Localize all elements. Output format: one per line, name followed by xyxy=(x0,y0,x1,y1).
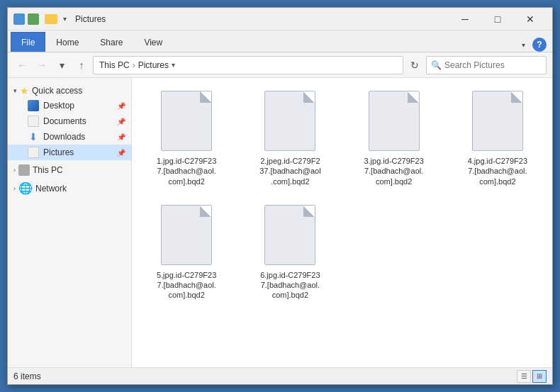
sidebar-item-pictures[interactable]: Pictures 📌 xyxy=(8,145,131,160)
quick-access-chevron-icon: ▾ xyxy=(13,87,17,94)
sidebar-item-pictures-label: Pictures xyxy=(43,147,74,157)
ribbon-collapse-button[interactable]: ▾ xyxy=(517,38,530,52)
tab-share[interactable]: Share xyxy=(89,32,133,52)
list-item[interactable]: 4.jpg.id-C279F237.[badhach@aol.com].bqd2 xyxy=(449,84,547,192)
dropdown-button[interactable]: ▾ xyxy=(53,57,70,74)
file-name-5: 5.jpg.id-C279F237.[badhach@aol.com].bqd2 xyxy=(157,270,216,301)
network-icon: 🌐 xyxy=(18,181,33,195)
file-icon-6 xyxy=(262,203,318,267)
file-grid: 1.jpg.id-C279F237.[badhach@aol.com].bqd2… xyxy=(138,84,547,306)
refresh-button[interactable]: ↻ xyxy=(406,57,423,74)
list-item[interactable]: 3.jpg.id-C279F237.[badhach@aol.com].bqd2 xyxy=(345,84,443,192)
close-button[interactable]: ✕ xyxy=(514,8,547,30)
file-icon-1 xyxy=(158,89,215,153)
back-button[interactable]: ← xyxy=(13,57,30,74)
path-separator-1: › xyxy=(133,60,135,70)
this-pc-label: This PC xyxy=(33,165,63,175)
desktop-icon xyxy=(28,100,39,111)
ribbon: File Home Share View ▾ ? xyxy=(8,30,552,52)
sidebar-this-pc-header[interactable]: › This PC xyxy=(8,163,131,177)
main-content: ▾ ★ Quick access Desktop 📌 Documents 📌 ⬇… xyxy=(8,78,552,367)
file-area: 1.jpg.id-C279F237.[badhach@aol.com].bqd2… xyxy=(132,78,552,367)
sidebar-item-downloads[interactable]: ⬇ Downloads 📌 xyxy=(8,129,131,145)
documents-icon xyxy=(28,116,39,127)
tab-file[interactable]: File xyxy=(11,32,45,52)
network-chevron-icon: › xyxy=(13,185,16,192)
pin-icon-downloads: 📌 xyxy=(117,133,125,141)
search-box[interactable]: 🔍 xyxy=(426,56,547,74)
quick-access-star-icon: ★ xyxy=(20,85,29,96)
window-controls: ─ □ ✕ xyxy=(449,8,547,30)
path-this-pc: This PC xyxy=(99,60,130,70)
sidebar-section-quick-access: ▾ ★ Quick access Desktop 📌 Documents 📌 ⬇… xyxy=(8,84,131,160)
up-button[interactable]: ↑ xyxy=(73,57,90,74)
file-icon-3 xyxy=(366,89,422,153)
network-label: Network xyxy=(35,184,67,194)
pin-icon-documents: 📌 xyxy=(117,118,125,125)
pictures-icon xyxy=(28,147,39,158)
ribbon-right: ▾ ? xyxy=(517,38,549,52)
address-bar: ← → ▾ ↑ This PC › Pictures ▾ ↻ 🔍 xyxy=(8,52,552,78)
file-name-3: 3.jpg.id-C279F237.[badhach@aol.com].bqd2 xyxy=(364,156,423,186)
title-bar-icons: ▾ xyxy=(13,13,69,25)
minimize-button[interactable]: ─ xyxy=(449,8,481,30)
ribbon-tab-bar: File Home Share View ▾ ? xyxy=(8,30,552,52)
app-icon-folder xyxy=(45,14,57,24)
file-name-2: 2.jpeg.id-C279F237.[badhach@aol.com].bqd… xyxy=(259,156,320,186)
list-item[interactable]: 6.jpg.id-C279F237.[badhach@aol.com].bqd2 xyxy=(241,198,339,306)
list-item[interactable]: 1.jpg.id-C279F237.[badhach@aol.com].bqd2 xyxy=(138,84,235,192)
grid-view-button[interactable]: ⊞ xyxy=(532,370,547,383)
app-icon-2 xyxy=(28,13,39,25)
status-bar: 6 items ☰ ⊞ xyxy=(8,367,552,384)
address-path[interactable]: This PC › Pictures ▾ xyxy=(93,56,403,74)
list-view-button[interactable]: ☰ xyxy=(517,370,531,383)
file-name-6: 6.jpg.id-C279F237.[badhach@aol.com].bqd2 xyxy=(260,270,320,301)
sidebar-item-documents-label: Documents xyxy=(43,116,86,126)
sidebar-item-downloads-label: Downloads xyxy=(43,132,85,142)
sidebar-item-desktop[interactable]: Desktop 📌 xyxy=(8,98,131,113)
item-count: 6 items xyxy=(13,371,41,381)
title-bar-dropdown-arrow[interactable]: ▾ xyxy=(63,15,67,23)
forward-button[interactable]: → xyxy=(33,57,50,74)
path-dropdown-arrow[interactable]: ▾ xyxy=(172,61,175,69)
sidebar-section-this-pc: › This PC xyxy=(8,163,131,177)
list-item[interactable]: 2.jpeg.id-C279F237.[badhach@aol.com].bqd… xyxy=(241,84,339,192)
sidebar-item-desktop-label: Desktop xyxy=(43,101,74,111)
tab-view[interactable]: View xyxy=(133,32,173,52)
app-icon-1 xyxy=(13,13,25,25)
sidebar-item-documents[interactable]: Documents 📌 xyxy=(8,113,131,129)
title-bar: ▾ Pictures ─ □ ✕ xyxy=(8,8,552,30)
view-buttons: ☰ ⊞ xyxy=(517,370,547,383)
sidebar: ▾ ★ Quick access Desktop 📌 Documents 📌 ⬇… xyxy=(8,78,132,367)
sidebar-quick-access-header[interactable]: ▾ ★ Quick access xyxy=(8,84,131,98)
file-icon-4 xyxy=(469,89,526,153)
file-icon-5 xyxy=(158,203,215,267)
this-pc-chevron-icon: › xyxy=(13,167,16,174)
search-icon: 🔍 xyxy=(431,60,442,70)
file-name-4: 4.jpg.id-C279F237.[badhach@aol.com].bqd2 xyxy=(468,156,527,186)
search-input[interactable] xyxy=(444,60,542,70)
pin-icon-desktop: 📌 xyxy=(117,102,125,110)
pin-icon-pictures: 📌 xyxy=(117,149,125,157)
window-title: Pictures xyxy=(75,14,449,24)
sidebar-section-network: › 🌐 Network xyxy=(8,180,131,196)
help-button[interactable]: ? xyxy=(532,38,547,52)
quick-access-label: Quick access xyxy=(32,86,82,96)
maximize-button[interactable]: □ xyxy=(481,8,514,30)
sidebar-network-header[interactable]: › 🌐 Network xyxy=(8,180,131,196)
list-item[interactable]: 5.jpg.id-C279F237.[badhach@aol.com].bqd2 xyxy=(138,198,235,306)
explorer-window: ▾ Pictures ─ □ ✕ File Home Share View ▾ … xyxy=(7,7,553,385)
path-pictures: Pictures xyxy=(138,60,169,70)
file-name-1: 1.jpg.id-C279F237.[badhach@aol.com].bqd2 xyxy=(157,156,216,186)
file-icon-2 xyxy=(262,89,318,153)
downloads-icon: ⬇ xyxy=(28,131,39,142)
tab-home[interactable]: Home xyxy=(45,32,89,52)
this-pc-icon xyxy=(18,164,30,176)
